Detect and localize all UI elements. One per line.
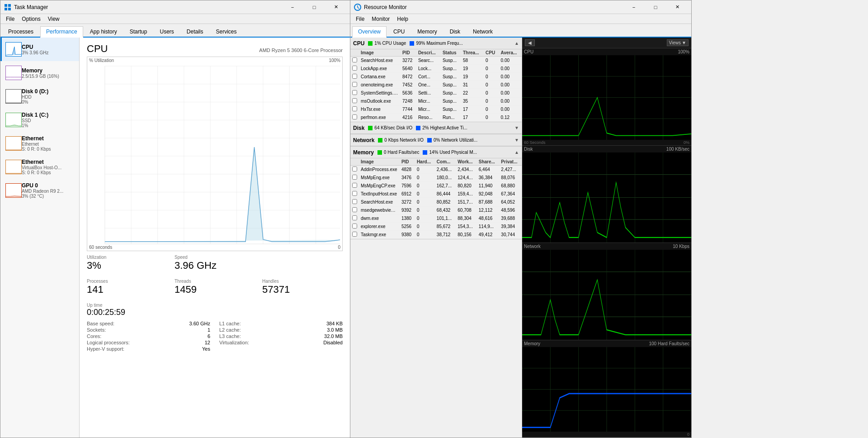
mem-th-image[interactable]: Image: [359, 158, 400, 166]
row-checkbox[interactable]: [350, 223, 359, 231]
resmon-tab-disk[interactable]: Disk: [444, 26, 466, 37]
table-row[interactable]: Cortana.exe8472Cort...Susp...1900.00: [350, 73, 522, 81]
cpu-th-avg[interactable]: Avera...: [499, 49, 522, 57]
row-checkbox[interactable]: [350, 89, 359, 97]
cpu-th-image[interactable]: Image: [359, 49, 401, 57]
tab-apphistory[interactable]: App history: [84, 26, 123, 37]
tab-details[interactable]: Details: [181, 26, 209, 37]
memory-panel-header[interactable]: Memory 0 Hard Faults/sec 14% Used Physic…: [350, 147, 522, 158]
cpu-th-threads[interactable]: Threa...: [461, 49, 484, 57]
table-row[interactable]: SearchHost.exe3272080,852151,7...87,6886…: [350, 198, 522, 206]
resmon-tab-overview[interactable]: Overview: [352, 26, 387, 38]
menu-view[interactable]: View: [44, 15, 63, 23]
table-row[interactable]: explorer.exe5256085,672154,3...114,9...3…: [350, 223, 522, 231]
spec-sockets-label: Sockets:: [87, 327, 106, 333]
cpu-th-status[interactable]: Status: [441, 49, 461, 57]
row-checkbox[interactable]: [350, 182, 359, 190]
table-row[interactable]: Taskmgr.exe9380038,71280,15649,41230,744: [350, 231, 522, 239]
row-checkbox[interactable]: [350, 97, 359, 105]
row-checkbox[interactable]: [350, 174, 359, 182]
cpu-th-desc[interactable]: Descri...: [416, 49, 441, 57]
network-panel-stat1: 0 Kbps Network I/O: [378, 138, 424, 143]
tab-services[interactable]: Services: [210, 26, 243, 37]
sidebar-item-eth0[interactable]: Ethernet Ethernet S: 0 R: 0 Kbps: [0, 132, 79, 155]
sidebar-item-disk0[interactable]: Disk 0 (D:) HDD 0%: [0, 85, 79, 108]
table-cell: 68,432: [435, 206, 456, 214]
table-row[interactable]: AddinProcess.exe482802,436...2,434...6,4…: [350, 166, 522, 174]
cpu-sidebar-name: CPU: [22, 44, 75, 50]
sidebar-item-disk1[interactable]: Disk 1 (C:) SSD 1%: [0, 108, 79, 132]
disk-panel-chevron[interactable]: ▼: [514, 125, 519, 130]
row-checkbox[interactable]: [350, 190, 359, 198]
table-cell: 0.00: [499, 105, 522, 114]
tab-users[interactable]: Users: [154, 26, 179, 37]
row-checkbox[interactable]: [350, 73, 359, 81]
mem-th-working[interactable]: Work...: [456, 158, 476, 166]
cpu-panel-chevron[interactable]: ▲: [514, 41, 519, 46]
row-checkbox[interactable]: [350, 65, 359, 73]
row-checkbox[interactable]: [350, 81, 359, 89]
cpu-th-cpu[interactable]: CPU: [484, 49, 499, 57]
tab-startup[interactable]: Startup: [124, 26, 153, 37]
sidebar-item-memory[interactable]: Memory 2.5/15.9 GB (16%): [0, 61, 79, 85]
table-row[interactable]: msedgewebview2.exe9392068,43260,70812,11…: [350, 206, 522, 214]
table-cell: Susp...: [441, 89, 461, 97]
resmon-menu-help[interactable]: Help: [393, 15, 412, 23]
sidebar-item-gpu0[interactable]: GPU 0 AMD Radeon R9 2... 3% (32 °C): [0, 179, 79, 202]
cpu-th-pid[interactable]: PID: [401, 49, 416, 57]
row-checkbox[interactable]: [350, 57, 359, 65]
resmon-tab-memory[interactable]: Memory: [411, 26, 443, 37]
table-row[interactable]: SearchHost.exe3272Searc...Susp...5800.00: [350, 57, 522, 65]
resmon-menu-monitor[interactable]: Monitor: [368, 15, 393, 23]
resmon-close-button[interactable]: ✕: [667, 0, 688, 14]
cpu-panel-header[interactable]: CPU 1% CPU Usage 99% Maximum Frequ... ▲: [350, 38, 522, 49]
table-row[interactable]: perfmon.exe4216Reso...Run...1700.12: [350, 114, 522, 122]
tab-performance[interactable]: Performance: [40, 26, 83, 38]
network-panel-header[interactable]: Network 0 Kbps Network I/O 0% Network Ut…: [350, 134, 522, 146]
table-row[interactable]: HxTsr.exe7744Micr...Susp...1700.00: [350, 105, 522, 114]
minimize-button[interactable]: −: [282, 0, 303, 14]
maximize-button[interactable]: □: [304, 0, 325, 14]
table-row[interactable]: LockApp.exe5640Lock...Susp...1900.00: [350, 65, 522, 73]
sidebar-item-cpu[interactable]: CPU 3% 3.96 GHz: [0, 38, 79, 61]
sidebar-item-eth1[interactable]: Ethernet VirtualBox Host-O... S: 0 R: 0 …: [0, 155, 79, 179]
table-row[interactable]: Taskmgr.exe9380Task...Run...1700.10: [350, 122, 522, 122]
table-cell: 0: [415, 214, 435, 223]
resmon-menu-file[interactable]: File: [352, 15, 368, 23]
row-checkbox[interactable]: [350, 166, 359, 174]
table-row[interactable]: MsMpEng.exe34760180,0...124,4...36,38488…: [350, 174, 522, 182]
close-button[interactable]: ✕: [326, 0, 346, 14]
row-checkbox[interactable]: [350, 214, 359, 223]
disk-panel-header[interactable]: Disk 64 KB/sec Disk I/O 2% Highest Activ…: [350, 122, 522, 134]
mem-th-commit[interactable]: Com...: [435, 158, 456, 166]
mem-th-hard[interactable]: Hard...: [415, 158, 435, 166]
table-row[interactable]: dwm.exe13800101,1...88,30448,61639,688: [350, 214, 522, 223]
row-checkbox[interactable]: [350, 122, 359, 122]
spec-sockets: Sockets: 1: [87, 327, 210, 333]
row-checkbox[interactable]: [350, 105, 359, 114]
table-row[interactable]: MsMpEngCP.exe75960162,7...80,82011,94068…: [350, 182, 522, 190]
network-panel-chevron[interactable]: ▼: [514, 138, 519, 143]
rm-views-dropdown[interactable]: Views ▼: [667, 39, 689, 46]
row-checkbox[interactable]: [350, 231, 359, 239]
mem-th-private[interactable]: Privat...: [499, 158, 522, 166]
table-cell: 0: [415, 198, 435, 206]
table-row[interactable]: msOutlook.exe7248Micr...Susp...3500.00: [350, 97, 522, 105]
resmon-maximize-button[interactable]: □: [645, 0, 666, 14]
menu-file[interactable]: File: [2, 15, 18, 23]
mem-th-pid[interactable]: PID: [400, 158, 415, 166]
table-row[interactable]: TextInputHost.exe6912086,444159,4...92,0…: [350, 190, 522, 198]
resmon-minimize-button[interactable]: −: [623, 0, 644, 14]
tab-processes[interactable]: Processes: [2, 26, 39, 37]
memory-panel-chevron[interactable]: ▲: [514, 150, 519, 155]
mem-th-share[interactable]: Share...: [477, 158, 500, 166]
resmon-tab-network[interactable]: Network: [467, 26, 499, 37]
table-row[interactable]: onenoteimg.exe7452One...Susp...3100.00: [350, 81, 522, 89]
row-checkbox[interactable]: [350, 206, 359, 214]
menu-options[interactable]: Options: [18, 15, 44, 23]
row-checkbox[interactable]: [350, 198, 359, 206]
row-checkbox[interactable]: [350, 114, 359, 122]
table-row[interactable]: SystemSettings.exe5636Setti...Susp...220…: [350, 89, 522, 97]
rm-collapse-btn[interactable]: ◀: [525, 39, 535, 46]
resmon-tab-cpu[interactable]: CPU: [387, 26, 410, 37]
